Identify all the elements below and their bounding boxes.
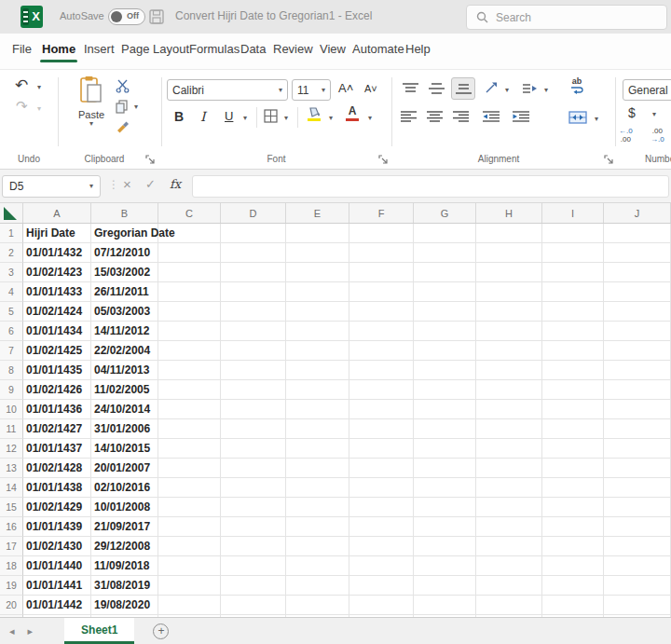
cell-F17[interactable] xyxy=(349,537,414,556)
column-header-i[interactable]: I xyxy=(542,203,604,223)
cell-J10[interactable] xyxy=(604,400,671,419)
cell-D3[interactable] xyxy=(221,263,286,282)
cell-D16[interactable] xyxy=(221,517,286,537)
excel-app-icon[interactable]: X xyxy=(21,6,43,28)
cell-D17[interactable] xyxy=(221,537,286,556)
cell-G9[interactable] xyxy=(414,380,476,400)
redo-dropdown-icon[interactable]: ▾ xyxy=(37,105,41,113)
font-color-button[interactable]: A xyxy=(346,105,359,121)
cell-A16[interactable]: 01/01/1439 xyxy=(23,517,91,537)
cell-F16[interactable] xyxy=(349,517,414,537)
cell-I1[interactable] xyxy=(542,224,604,243)
align-left-button[interactable] xyxy=(401,111,417,122)
cell-C11[interactable] xyxy=(158,419,221,439)
font-size-select[interactable]: 11 ▾ xyxy=(292,79,331,101)
cell-B13[interactable]: 20/01/2007 xyxy=(91,459,158,478)
row-header-5[interactable]: 5 xyxy=(0,302,23,322)
cell-J5[interactable] xyxy=(604,302,671,322)
ribbon-tab-file[interactable]: File xyxy=(12,42,32,56)
cell-I8[interactable] xyxy=(542,361,604,380)
cell-J13[interactable] xyxy=(604,459,671,478)
cell-J19[interactable] xyxy=(604,576,671,596)
cell-H8[interactable] xyxy=(476,361,542,380)
cell-D12[interactable] xyxy=(221,439,286,459)
cell-F12[interactable] xyxy=(349,439,414,459)
ribbon-tab-view[interactable]: View xyxy=(320,42,346,56)
decrease-font-size-button[interactable]: A˅ xyxy=(364,83,377,94)
underline-button[interactable]: U xyxy=(225,109,233,123)
cell-G7[interactable] xyxy=(414,341,476,361)
cell-C7[interactable] xyxy=(158,341,221,361)
cell-F15[interactable] xyxy=(349,498,414,517)
cell-A15[interactable]: 01/02/1429 xyxy=(23,498,91,517)
insert-function-icon[interactable]: fx xyxy=(170,177,181,191)
row-header-15[interactable]: 15 xyxy=(0,498,23,517)
column-header-e[interactable]: E xyxy=(286,203,349,223)
cell-G19[interactable] xyxy=(414,576,476,596)
cell-A6[interactable]: 01/01/1434 xyxy=(23,322,91,341)
row-header-10[interactable]: 10 xyxy=(0,400,23,419)
cell-E13[interactable] xyxy=(286,459,349,478)
cell-C18[interactable] xyxy=(158,556,221,576)
cell-G8[interactable] xyxy=(414,361,476,380)
row-header-19[interactable]: 19 xyxy=(0,576,23,596)
cell-D6[interactable] xyxy=(221,322,286,341)
cell-H2[interactable] xyxy=(476,243,542,263)
cell-I18[interactable] xyxy=(542,556,604,576)
decrease-indent-button[interactable] xyxy=(483,111,500,122)
cell-E16[interactable] xyxy=(286,517,349,537)
cell-B9[interactable]: 11/02/2005 xyxy=(91,380,158,400)
align-top-button[interactable] xyxy=(403,83,418,94)
cell-J6[interactable] xyxy=(604,322,671,341)
cell-F10[interactable] xyxy=(349,400,414,419)
font-dialog-launcher-icon[interactable] xyxy=(378,155,388,164)
bold-button[interactable]: B xyxy=(174,109,184,124)
borders-dropdown-icon[interactable]: ▾ xyxy=(284,115,288,122)
cell-G1[interactable] xyxy=(414,224,476,243)
borders-button[interactable] xyxy=(264,109,278,123)
add-sheet-button[interactable]: + xyxy=(153,623,169,639)
cell-B1[interactable]: Gregorian Date xyxy=(91,224,158,243)
cell-E4[interactable] xyxy=(286,282,349,302)
cell-I9[interactable] xyxy=(542,380,604,400)
cell-F3[interactable] xyxy=(349,263,414,282)
cell-H16[interactable] xyxy=(476,517,542,537)
merge-center-button[interactable] xyxy=(568,111,587,124)
next-sheet-icon[interactable]: ▸ xyxy=(28,625,34,637)
currency-format-button[interactable]: $ xyxy=(628,105,636,120)
row-header-11[interactable]: 11 xyxy=(0,419,23,439)
cell-G18[interactable] xyxy=(414,556,476,576)
cell-A18[interactable]: 01/01/1440 xyxy=(23,556,91,576)
select-all-corner[interactable] xyxy=(0,203,23,223)
undo-button[interactable]: ↶ xyxy=(15,77,28,93)
undo-dropdown-icon[interactable]: ▾ xyxy=(37,84,41,91)
cancel-icon[interactable]: × xyxy=(123,176,131,192)
font-color-dropdown-icon[interactable]: ▾ xyxy=(368,115,372,122)
cell-H9[interactable] xyxy=(476,380,542,400)
cell-C9[interactable] xyxy=(158,380,221,400)
cell-J11[interactable] xyxy=(604,419,671,439)
cell-I12[interactable] xyxy=(542,439,604,459)
format-painter-button[interactable] xyxy=(116,119,130,134)
cell-H4[interactable] xyxy=(476,282,542,302)
cell-C3[interactable] xyxy=(158,263,221,282)
cell-F13[interactable] xyxy=(349,459,414,478)
cell-B10[interactable]: 24/10/2014 xyxy=(91,400,158,419)
cell-J7[interactable] xyxy=(604,341,671,361)
cell-C20[interactable] xyxy=(158,596,221,615)
cell-G15[interactable] xyxy=(414,498,476,517)
increase-font-size-button[interactable]: A˄ xyxy=(338,81,353,95)
cell-B5[interactable]: 05/03/2003 xyxy=(91,302,158,322)
cell-I17[interactable] xyxy=(542,537,604,556)
sheet-tab-sheet1[interactable]: Sheet1 xyxy=(64,618,134,644)
row-header-14[interactable]: 14 xyxy=(0,478,23,498)
cell-H6[interactable] xyxy=(476,322,542,341)
cell-E14[interactable] xyxy=(286,478,349,498)
column-header-j[interactable]: J xyxy=(604,203,671,223)
cell-D18[interactable] xyxy=(221,556,286,576)
cut-button[interactable] xyxy=(116,79,130,93)
cell-A20[interactable]: 01/01/1442 xyxy=(23,596,91,615)
cell-A11[interactable]: 01/02/1427 xyxy=(23,419,91,439)
cell-I15[interactable] xyxy=(542,498,604,517)
row-header-9[interactable]: 9 xyxy=(0,380,23,400)
